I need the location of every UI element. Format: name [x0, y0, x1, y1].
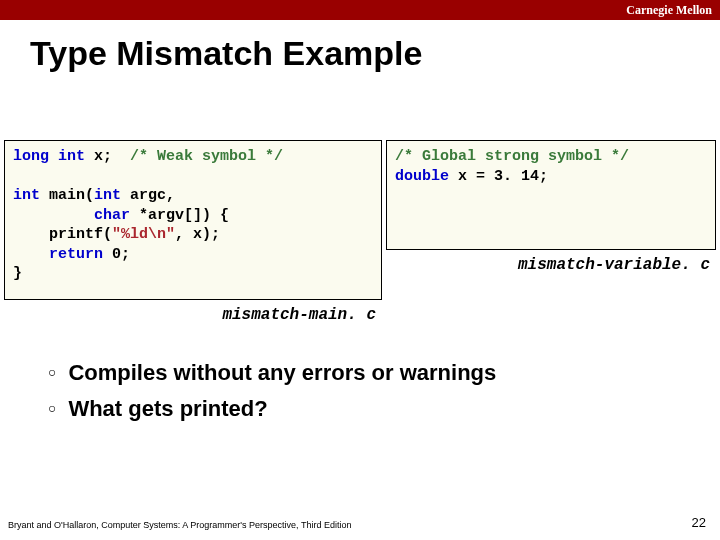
bullet-marker-icon: ○	[48, 360, 56, 386]
code-column-right: /* Global strong symbol */double x = 3. …	[386, 140, 716, 324]
filename-left: mismatch-main. c	[4, 306, 382, 324]
page-number: 22	[692, 515, 706, 530]
slide: Carnegie Mellon Type Mismatch Example lo…	[0, 0, 720, 540]
code-row: long int x; /* Weak symbol */ int main(i…	[4, 140, 716, 324]
footer-citation: Bryant and O'Hallaron, Computer Systems:…	[8, 520, 351, 530]
bullet-item: ○Compiles without any errors or warnings	[48, 360, 700, 386]
code-box-right: /* Global strong symbol */double x = 3. …	[386, 140, 716, 250]
brand-label: Carnegie Mellon	[626, 0, 712, 20]
bullet-list: ○Compiles without any errors or warnings…	[48, 360, 700, 432]
bullet-item: ○What gets printed?	[48, 396, 700, 422]
filename-right: mismatch-variable. c	[386, 256, 716, 274]
code-box-left: long int x; /* Weak symbol */ int main(i…	[4, 140, 382, 300]
code-column-left: long int x; /* Weak symbol */ int main(i…	[4, 140, 382, 324]
slide-title: Type Mismatch Example	[30, 34, 422, 73]
bullet-text: What gets printed?	[68, 396, 267, 422]
bullet-marker-icon: ○	[48, 396, 56, 422]
bullet-text: Compiles without any errors or warnings	[68, 360, 496, 386]
top-bar	[0, 0, 720, 20]
